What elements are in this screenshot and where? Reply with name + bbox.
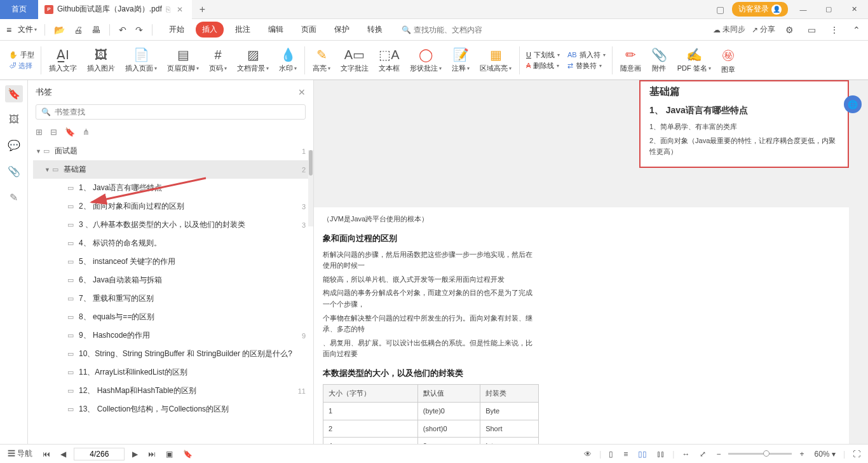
open-icon[interactable]: 📂 bbox=[50, 25, 69, 35]
tab-insert[interactable]: 插入 bbox=[196, 22, 224, 38]
redo-icon[interactable]: ↷ bbox=[132, 25, 147, 35]
zoom-out[interactable]: − bbox=[714, 448, 723, 460]
minimize-button[interactable]: — bbox=[793, 0, 813, 19]
bm-tool-1[interactable]: ⊞ bbox=[36, 127, 43, 137]
insert-image[interactable]: 🖼插入图片 bbox=[82, 48, 120, 73]
settings-icon[interactable]: ⚙ bbox=[782, 25, 797, 35]
bookmark-item[interactable]: ▼▭面试题1 bbox=[33, 142, 308, 160]
bookmark-item[interactable]: ▭3 、八种基本数据类型的大小，以及他们的封装类3 bbox=[33, 216, 308, 234]
bookmark-item[interactable]: ▭10、String、String StringBuffer 和 StringB… bbox=[33, 345, 308, 363]
sync-button[interactable]: ☁未同步 bbox=[713, 24, 745, 35]
view-single[interactable]: ▯ bbox=[606, 448, 616, 460]
nav-toggle[interactable]: ☰ 导航 bbox=[5, 447, 35, 460]
bookmark-item[interactable]: ▭9、 Hashcode的作用9 bbox=[33, 326, 308, 345]
page-number[interactable]: #页码▾ bbox=[204, 48, 232, 73]
bookmark-page[interactable]: 🔖 bbox=[180, 448, 195, 460]
fit-width[interactable]: ↔ bbox=[679, 448, 692, 460]
tab-convert[interactable]: 转换 bbox=[361, 22, 389, 38]
login-button[interactable]: 访客登录 👤 bbox=[732, 2, 788, 17]
area-highlight[interactable]: ▦区域高亮▾ bbox=[475, 47, 517, 73]
attachment[interactable]: 📎附件 bbox=[646, 47, 672, 73]
pen-tab-icon[interactable]: ✎ bbox=[7, 189, 20, 206]
search-input[interactable] bbox=[414, 25, 509, 34]
bookmark-item[interactable]: ▭1、 Java语言有哪些特点 bbox=[33, 179, 308, 197]
underline-tool[interactable]: U下划线▾ bbox=[526, 50, 560, 60]
zoom-slider[interactable] bbox=[728, 453, 792, 455]
note[interactable]: 📝注释▾ bbox=[447, 47, 475, 73]
textbox[interactable]: ⬚A文本框 bbox=[374, 47, 405, 73]
undo-icon[interactable]: ↶ bbox=[115, 25, 130, 35]
close-window-button[interactable]: ✕ bbox=[844, 0, 864, 19]
fit-page[interactable]: ⤢ bbox=[697, 448, 709, 460]
bookmark-item[interactable]: ▭7、 重载和重写的区别 bbox=[33, 289, 308, 308]
view-eye-icon[interactable]: 👁 bbox=[581, 448, 594, 460]
first-page[interactable]: ⏮ bbox=[40, 448, 53, 460]
float-translate-button[interactable]: 🌐 bbox=[844, 95, 862, 113]
device-icon[interactable]: ▢ bbox=[714, 4, 727, 15]
view-facing-cont[interactable]: ⫿⫿ bbox=[654, 448, 667, 460]
view-facing[interactable]: ▯▯ bbox=[635, 448, 649, 460]
more-icon[interactable]: ⋮ bbox=[826, 25, 843, 35]
bookmark-search-input[interactable] bbox=[55, 107, 300, 116]
save-icon[interactable]: 🖨 bbox=[70, 25, 86, 35]
tab-pin-icon[interactable]: ⎘ bbox=[166, 5, 170, 14]
zoom-in[interactable]: + bbox=[797, 448, 806, 460]
outline-tab-icon[interactable]: 🖼 bbox=[6, 111, 22, 128]
bm-tool-2[interactable]: ⊟ bbox=[50, 127, 57, 137]
bm-tool-3[interactable]: 🔖 bbox=[65, 127, 75, 137]
insert-text[interactable]: A̲I插入文字 bbox=[44, 47, 82, 73]
tab-start[interactable]: 开始 bbox=[163, 22, 191, 38]
bookmark-tab-icon[interactable]: 🔖 bbox=[5, 85, 23, 102]
new-tab-button[interactable]: + bbox=[192, 4, 213, 15]
view-continuous[interactable]: ≡ bbox=[621, 448, 630, 460]
menu-icon[interactable]: ≡ bbox=[4, 25, 14, 35]
text-annotate[interactable]: A▭文字批注 bbox=[336, 47, 374, 73]
strike-tool[interactable]: A删除线▾ bbox=[526, 61, 560, 71]
stamp[interactable]: ㊙图章 bbox=[716, 46, 740, 74]
bookmark-item[interactable]: ▼▭基础篇2 bbox=[33, 160, 308, 179]
tab-edit[interactable]: 编辑 bbox=[262, 22, 290, 38]
last-page[interactable]: ⏭ bbox=[146, 448, 158, 460]
collapse-ribbon-icon[interactable]: ⌃ bbox=[849, 25, 864, 35]
watermark[interactable]: 💧水印▾ bbox=[274, 47, 302, 73]
hand-tool[interactable]: ✋手型 bbox=[9, 50, 34, 60]
window-mode-icon[interactable]: ▭ bbox=[804, 25, 820, 35]
bookmark-item[interactable]: ▭11、ArrayList和linkedList的区别 bbox=[33, 363, 308, 382]
mark-page[interactable]: ▣ bbox=[163, 448, 175, 460]
bookmark-item[interactable]: ▭4、 标识符的命名规则。 bbox=[33, 234, 308, 252]
home-tab[interactable]: 首页 bbox=[0, 0, 38, 19]
bm-tool-4[interactable]: ⋔ bbox=[83, 127, 90, 137]
zoom-value[interactable]: 60% ▾ bbox=[812, 448, 838, 460]
replace-char-tool[interactable]: ⇄替换符▾ bbox=[567, 61, 606, 71]
doc-background[interactable]: ▨文档背景▾ bbox=[232, 47, 274, 73]
next-page[interactable]: ▶ bbox=[130, 448, 140, 460]
bookmark-item[interactable]: ▭12、 HashMap和HashTable的区别11 bbox=[33, 382, 308, 400]
highlight[interactable]: ✎高亮▾ bbox=[308, 47, 336, 73]
bookmark-item[interactable]: ▭8、 equals与==的区别 bbox=[33, 308, 308, 326]
print-icon[interactable]: 🖶 bbox=[88, 25, 104, 35]
page-input[interactable] bbox=[74, 448, 125, 460]
bookmark-item[interactable]: ▭2、 面向对象和面向过程的区别3 bbox=[33, 197, 308, 216]
tab-annotate[interactable]: 批注 bbox=[229, 22, 257, 38]
tab-page[interactable]: 页面 bbox=[295, 22, 323, 38]
maximize-button[interactable]: ▢ bbox=[818, 0, 839, 19]
pdf-sign[interactable]: ✍PDF 签名▾ bbox=[672, 47, 716, 73]
file-menu[interactable]: 文件 ▾ bbox=[15, 24, 39, 35]
attachment-tab-icon[interactable]: 📎 bbox=[5, 163, 23, 180]
shape-annotate[interactable]: ◯形状批注▾ bbox=[405, 47, 447, 73]
insert-page[interactable]: 📄插入页面▾ bbox=[120, 47, 162, 73]
bookmark-item[interactable]: ▭6、 Java自动装箱与拆箱 bbox=[33, 271, 308, 289]
bookmark-item[interactable]: ▭13、 Collection包结构，与Collections的区别 bbox=[33, 400, 308, 418]
fullscreen[interactable]: ⛶ bbox=[850, 448, 863, 460]
comment-tab-icon[interactable]: 💬 bbox=[5, 137, 23, 154]
tab-close[interactable]: ✕ bbox=[174, 5, 186, 14]
insert-char-tool[interactable]: AB插入符▾ bbox=[567, 50, 606, 60]
select-tool[interactable]: ⮰选择 bbox=[9, 61, 34, 71]
function-search[interactable]: 🔍 bbox=[402, 25, 509, 34]
prev-page[interactable]: ◀ bbox=[58, 448, 69, 460]
freehand[interactable]: ✏随意画 bbox=[615, 47, 646, 73]
bookmark-panel-close[interactable]: ✕ bbox=[298, 87, 306, 97]
bookmark-item[interactable]: ▭5、 instanceof 关键字的作用 bbox=[33, 252, 308, 271]
tab-protect[interactable]: 保护 bbox=[328, 22, 356, 38]
document-tab[interactable]: P Github面试题库（Java岗）.pdf ⎘ ✕ bbox=[38, 0, 192, 19]
